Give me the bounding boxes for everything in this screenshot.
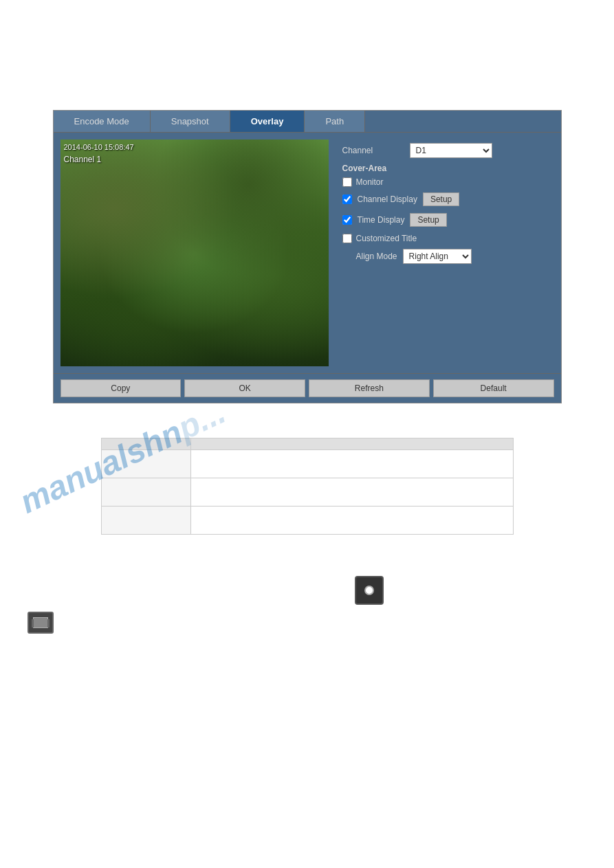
table-cell-row2-col1 — [101, 478, 190, 507]
monitor-row: Monitor — [342, 177, 551, 187]
default-button[interactable]: Default — [433, 379, 554, 397]
table-cell-row1-col1 — [101, 450, 190, 478]
table-row — [101, 478, 513, 507]
copy-button[interactable]: Copy — [61, 379, 182, 397]
time-display-setup-button[interactable]: Setup — [410, 213, 446, 227]
main-panel: Encode Mode Snapshot Overlay Path 2014-0… — [53, 110, 562, 403]
table-cell-row3-col2 — [190, 507, 513, 535]
table-header-col2 — [190, 438, 513, 450]
time-display-checkbox[interactable] — [342, 215, 352, 225]
table-cell-row2-col2 — [190, 478, 513, 507]
channel-select[interactable]: D1 — [410, 143, 492, 158]
customized-title-row: Customized Title — [342, 234, 551, 243]
tab-encode-mode[interactable]: Encode Mode — [54, 111, 151, 132]
cover-area-title: Cover-Area — [342, 164, 551, 173]
tab-snapshot[interactable]: Snapshot — [151, 111, 230, 132]
table-header-col1 — [101, 438, 190, 450]
table-cell-row1-col2 — [190, 450, 513, 478]
customized-title-label: Customized Title — [356, 234, 417, 243]
video-timestamp: 2014-06-10 15:08:47 — [64, 143, 134, 151]
monitor-checkbox[interactable] — [342, 177, 352, 187]
camera-lens-icon — [364, 586, 374, 595]
table-row — [101, 507, 513, 535]
align-mode-label: Align Mode — [356, 252, 397, 261]
channel-display-checkbox[interactable] — [342, 194, 352, 204]
table-section — [101, 438, 514, 535]
film-icon-box[interactable] — [28, 612, 54, 634]
table-cell-row3-col1 — [101, 507, 190, 535]
tab-overlay[interactable]: Overlay — [230, 111, 305, 132]
tab-bar: Encode Mode Snapshot Overlay Path — [54, 111, 561, 133]
channel-display-setup-button[interactable]: Setup — [423, 192, 459, 206]
customized-title-checkbox[interactable] — [342, 234, 352, 243]
time-display-row: Time Display Setup — [342, 213, 551, 227]
channel-label: Channel — [342, 146, 404, 155]
ok-button[interactable]: OK — [184, 379, 305, 397]
content-area: 2014-06-10 15:08:47 Channel 1 Channel D1… — [54, 133, 561, 373]
video-background — [61, 140, 329, 366]
icons-section — [204, 562, 410, 605]
refresh-button[interactable]: Refresh — [309, 379, 430, 397]
channel-display-row: Channel Display Setup — [342, 192, 551, 206]
time-display-label: Time Display — [358, 215, 405, 225]
channel-display-label: Channel Display — [358, 194, 417, 204]
film-strip-icon — [33, 617, 48, 628]
settings-panel: Channel D1 Cover-Area Monitor — [339, 140, 554, 366]
table-row — [101, 450, 513, 478]
video-channel-label: Channel 1 — [64, 155, 102, 164]
align-mode-row: Align Mode Left Align Right Align Center… — [342, 249, 551, 264]
monitor-label: Monitor — [356, 177, 384, 187]
camera-icon-box[interactable] — [355, 576, 384, 605]
tab-path[interactable]: Path — [305, 111, 365, 132]
button-bar: Copy OK Refresh Default — [54, 373, 561, 403]
video-preview: 2014-06-10 15:08:47 Channel 1 — [61, 140, 329, 366]
channel-row: Channel D1 — [342, 143, 551, 158]
align-mode-select[interactable]: Left Align Right Align Center Align — [403, 249, 472, 264]
info-table — [101, 438, 514, 535]
